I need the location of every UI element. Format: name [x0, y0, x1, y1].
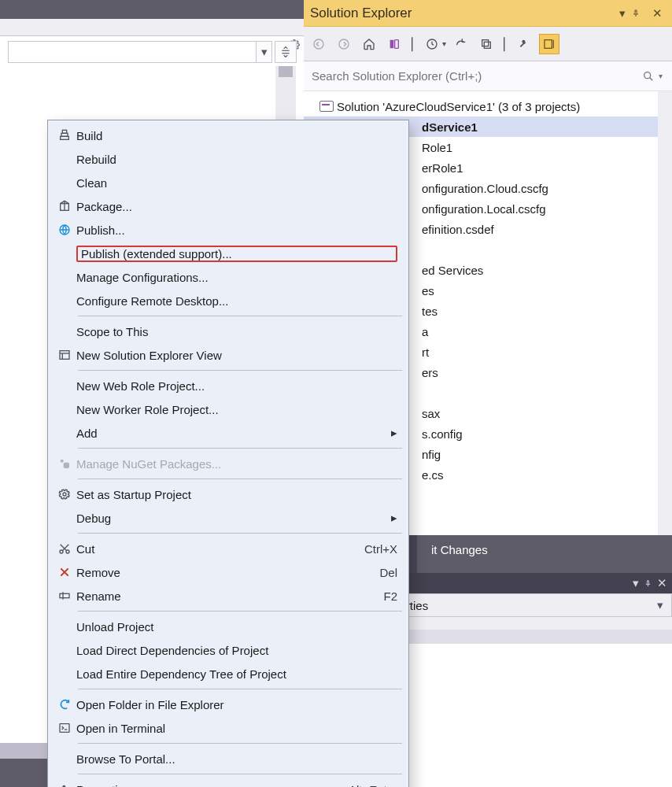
menu-item-rename[interactable]: RenameF2 — [48, 584, 408, 608]
menu-separator — [78, 689, 402, 689]
chevron-down-icon[interactable]: ▾ — [614, 6, 631, 20]
menu-item-load-entire-dependency-tree-of-project[interactable]: Load Entire Dependency Tree of Project — [48, 662, 408, 685]
svg-rect-5 — [390, 39, 394, 48]
menu-item-properties[interactable]: PropertiesAlt+Enter — [48, 778, 408, 787]
nuget-icon — [53, 457, 76, 470]
menu-shortcut: Del — [379, 566, 397, 579]
newview-icon — [53, 349, 76, 361]
menu-item-new-solution-explorer-view[interactable]: New Solution Explorer View — [48, 343, 408, 367]
menu-item-label: Cut — [76, 542, 364, 556]
menu-item-label: Open Folder in File Explorer — [76, 698, 397, 711]
menu-item-scope-to-this[interactable]: Scope to This — [48, 320, 408, 343]
chevron-down-icon[interactable]: ▾ — [657, 598, 663, 612]
tree-item-label: ers — [422, 366, 438, 379]
menu-item-set-as-startup-project[interactable]: Set as Startup Project — [48, 482, 408, 506]
menu-item-add[interactable]: Add▸ — [48, 421, 408, 445]
tree-item-label: tes — [422, 305, 438, 318]
menu-item-unload-project[interactable]: Unload Project — [48, 615, 408, 638]
menu-item-publish-extended-support[interactable]: Publish (extended support)... — [48, 242, 408, 265]
menu-item-remove[interactable]: RemoveDel — [48, 560, 408, 584]
menu-item-label: New Web Role Project... — [76, 379, 397, 393]
menu-item-label: Publish... — [76, 224, 397, 237]
tree-item-label: Role1 — [422, 141, 452, 154]
tree-item-label: s.config — [422, 427, 463, 441]
menu-item-label: Publish (extended support)... — [76, 246, 397, 262]
svg-point-23 — [61, 460, 64, 463]
editor-dark-band — [0, 0, 304, 19]
menu-item-cut[interactable]: CutCtrl+X — [48, 537, 408, 560]
menu-item-package[interactable]: Package... — [48, 194, 408, 218]
pin-icon[interactable] — [644, 579, 652, 588]
menu-item-label: New Solution Explorer View — [76, 349, 397, 362]
search-input[interactable] — [312, 69, 642, 83]
search-icon[interactable] — [642, 70, 655, 83]
svg-line-13 — [650, 77, 653, 80]
chevron-down-icon[interactable]: ▾ — [256, 42, 271, 62]
submenu-arrow-icon: ▸ — [391, 426, 397, 440]
solution-node[interactable]: Solution 'AzureCloudService1' (3 of 3 pr… — [304, 96, 672, 116]
toolbar-separator: │ — [501, 37, 509, 50]
menu-separator — [78, 370, 402, 371]
close-icon[interactable]: ✕ — [648, 6, 666, 20]
package-icon — [53, 200, 76, 212]
close-icon[interactable]: ✕ — [657, 576, 667, 590]
menu-item-new-web-role-project[interactable]: New Web Role Project... — [48, 374, 408, 397]
sync-icon[interactable] — [451, 34, 471, 54]
tree-item-label: sax — [422, 407, 440, 420]
build-icon — [53, 129, 76, 142]
menu-item-label: Remove — [76, 566, 379, 579]
menu-shortcut: F2 — [383, 589, 397, 603]
preview-selected-icon[interactable] — [539, 34, 559, 54]
collapse-all-icon[interactable] — [476, 34, 497, 54]
menu-item-label: Set as Startup Project — [76, 488, 397, 501]
tree-scrollbar[interactable] — [658, 91, 672, 536]
menu-item-label: Load Direct Dependencies of Project — [76, 644, 397, 657]
tree-item-label: onfiguration.Cloud.cscfg — [422, 182, 548, 195]
panel-title: Solution Explorer — [310, 6, 614, 21]
tab-git-changes[interactable]: it Changes — [417, 535, 502, 573]
menu-shortcut: Alt+Enter — [349, 783, 397, 788]
solution-explorer-titlebar: Solution Explorer ▾ ✕ — [304, 0, 672, 27]
forward-icon[interactable] — [334, 34, 354, 54]
chevron-down-icon[interactable]: ▾ — [656, 72, 664, 80]
menu-item-build[interactable]: Build — [48, 124, 408, 147]
svg-rect-9 — [484, 42, 490, 48]
menu-item-configure-remote-desktop[interactable]: Configure Remote Desktop... — [48, 289, 408, 312]
tree-item-label: rt — [422, 345, 429, 359]
svg-rect-10 — [545, 39, 552, 48]
menu-item-label: Clean — [76, 176, 397, 190]
menu-item-label: Properties — [76, 783, 349, 788]
home-icon[interactable] — [359, 34, 379, 54]
pending-changes-icon[interactable] — [422, 34, 442, 54]
menu-separator — [78, 774, 402, 774]
menu-item-new-worker-role-project[interactable]: New Worker Role Project... — [48, 397, 408, 421]
solution-label: Solution 'AzureCloudService1' (3 of 3 pr… — [337, 100, 580, 113]
editor-nav-combo[interactable]: ▾ — [8, 41, 272, 63]
solution-explorer-search[interactable]: ▾ — [304, 61, 672, 91]
back-icon[interactable] — [308, 34, 329, 54]
switch-views-icon[interactable] — [384, 34, 404, 54]
terminal-icon — [53, 722, 76, 734]
menu-item-rebuild[interactable]: Rebuild — [48, 147, 408, 171]
menu-item-clean[interactable]: Clean — [48, 171, 408, 194]
menu-item-load-direct-dependencies-of-project[interactable]: Load Direct Dependencies of Project — [48, 638, 408, 662]
remove-icon — [53, 566, 76, 578]
menu-item-debug[interactable]: Debug▸ — [48, 506, 408, 530]
menu-item-browse-to-portal[interactable]: Browse To Portal... — [48, 747, 408, 770]
menu-item-open-folder-in-file-explorer[interactable]: Open Folder in File Explorer — [48, 693, 408, 716]
wrench-icon[interactable] — [514, 34, 534, 54]
svg-rect-24 — [64, 463, 69, 468]
menu-item-open-in-terminal[interactable]: Open in Terminal — [48, 716, 408, 740]
menu-item-label: Configure Remote Desktop... — [76, 294, 397, 308]
svg-rect-8 — [482, 39, 489, 46]
menu-separator — [78, 533, 402, 534]
gear-icon — [53, 488, 76, 501]
pin-icon[interactable] — [631, 9, 648, 18]
svg-point-3 — [314, 39, 323, 49]
chevron-down-icon[interactable]: ▾ — [633, 576, 639, 590]
menu-item-publish[interactable]: Publish... — [48, 218, 408, 242]
split-icon[interactable] — [275, 41, 297, 63]
context-menu: BuildRebuildCleanPackage...Publish...Pub… — [47, 120, 409, 787]
menu-item-manage-configurations[interactable]: Manage Configurations... — [48, 265, 408, 289]
menu-item-label: Scope to This — [76, 325, 397, 338]
